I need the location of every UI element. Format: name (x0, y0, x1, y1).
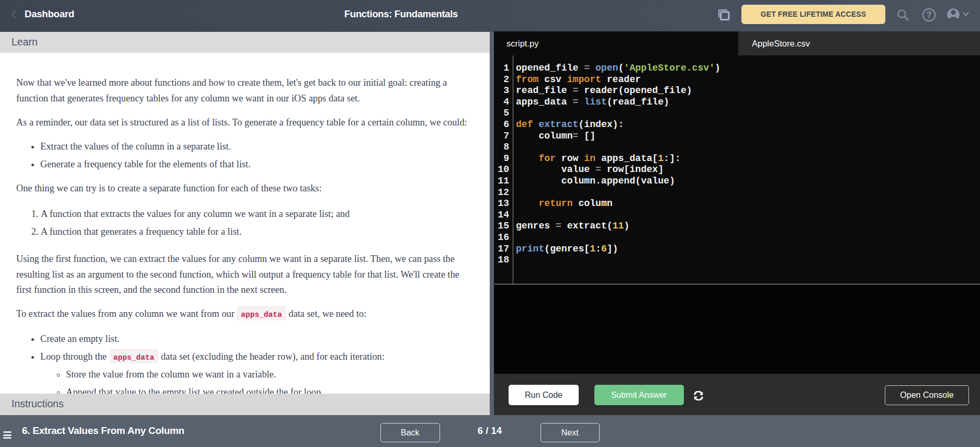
svg-text:?: ? (926, 10, 931, 19)
